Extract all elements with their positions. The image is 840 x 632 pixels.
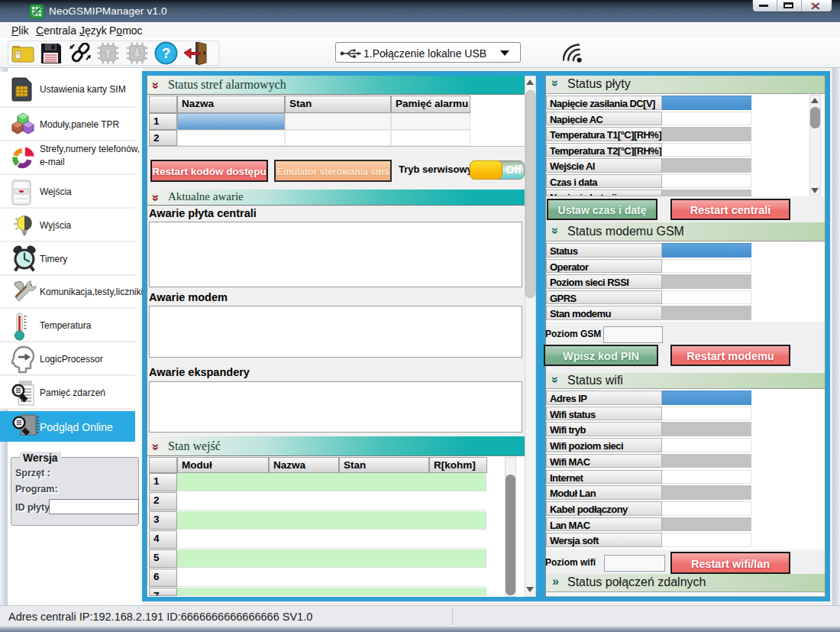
svg-text:?: ? <box>162 45 171 61</box>
